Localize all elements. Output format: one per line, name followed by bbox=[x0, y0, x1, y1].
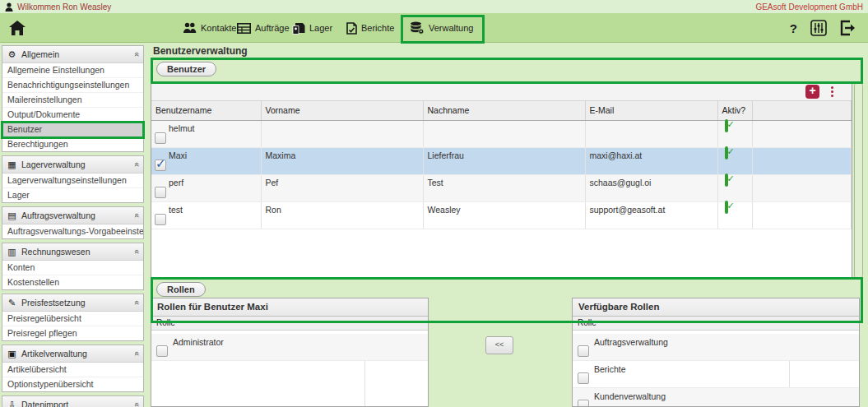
table-row[interactable]: test Ron Weasley support@geasoft.at bbox=[151, 202, 852, 229]
col-header-vorname[interactable]: Vorname bbox=[261, 101, 423, 121]
role-name: Auftragsverwaltung bbox=[594, 337, 668, 347]
role-checkbox[interactable] bbox=[578, 345, 589, 357]
role-checkbox[interactable] bbox=[156, 345, 168, 357]
col-header-nachname[interactable]: Nachname bbox=[423, 101, 585, 121]
section-title: Artikelverwaltung bbox=[21, 349, 87, 358]
sidebar: ⚙ Allgemein « Allgemeine Einstellungen B… bbox=[2, 45, 144, 407]
main-nav-bar: Kontakte Aufträge Lager Berichte Verwalt… bbox=[0, 13, 868, 43]
cell-vorname: Pef bbox=[262, 175, 423, 187]
role-column-header[interactable]: Rolle bbox=[573, 317, 859, 331]
sidebar-header-datenimport[interactable]: ⇩ Datenimport « bbox=[2, 396, 143, 407]
move-role-left-button[interactable]: << bbox=[485, 336, 513, 354]
col-header-email[interactable]: E-Mail bbox=[585, 101, 717, 121]
col-header-aktiv[interactable]: Aktiv? bbox=[717, 101, 752, 121]
settings-sliders-icon[interactable] bbox=[810, 20, 827, 36]
nav-item-lager[interactable]: Lager bbox=[292, 13, 332, 43]
sidebar-item-allgemeine-einstellungen[interactable]: Allgemeine Einstellungen bbox=[2, 63, 143, 78]
cell-nachname: Lieferfrau bbox=[424, 148, 585, 160]
row-select-checkbox[interactable] bbox=[155, 214, 166, 225]
sidebar-item-output-dokumente[interactable]: Output/Dokumente bbox=[2, 108, 143, 123]
role-checkbox[interactable] bbox=[578, 400, 589, 407]
available-roles-title: Verfügbare Rollen bbox=[573, 298, 859, 317]
collapse-chevron-icon[interactable]: « bbox=[133, 300, 140, 305]
main-content: Benutzerverwaltung Benutzer + Benutzerna… bbox=[148, 43, 868, 407]
role-column-header[interactable]: Rolle bbox=[151, 317, 428, 331]
row-select-checkbox[interactable] bbox=[155, 132, 166, 144]
col-header-benutzername[interactable]: Benutzername bbox=[151, 101, 261, 121]
cell-nachname bbox=[424, 121, 585, 123]
sidebar-header-allgemein[interactable]: ⚙ Allgemein « bbox=[2, 46, 143, 63]
users-grid-panel: + Benutzername Vorname Nachname E-Mail A… bbox=[151, 81, 852, 280]
sidebar-item-konten[interactable]: Konten bbox=[2, 261, 143, 275]
collapse-chevron-icon[interactable]: « bbox=[133, 213, 140, 218]
welcome-text: Wilkommen Ron Weasley bbox=[17, 2, 111, 12]
help-button[interactable]: ? bbox=[790, 21, 797, 35]
table-row[interactable]: perf Pef Test schaas@gugl.oi bbox=[151, 175, 852, 202]
sidebar-item-kostenstellen[interactable]: Kostenstellen bbox=[2, 275, 143, 289]
cell-email: maxi@haxi.at bbox=[586, 148, 717, 160]
nav-item-berichte[interactable]: Berichte bbox=[346, 13, 394, 43]
sidebar-header-auftragsverwaltung[interactable]: ▤ Auftragsverwaltung « bbox=[2, 207, 143, 224]
role-checkbox[interactable] bbox=[578, 372, 589, 384]
rollen-group-legend: Rollen bbox=[156, 282, 206, 297]
row-select-checkbox[interactable] bbox=[155, 187, 166, 198]
sidebar-item-benutzer[interactable]: Benutzer bbox=[2, 123, 143, 137]
sidebar-section-allgemein: ⚙ Allgemein « Allgemeine Einstellungen B… bbox=[2, 45, 144, 152]
add-user-button[interactable]: + bbox=[805, 85, 819, 99]
sidebar-item-preisregeluebersicht[interactable]: Preisregelübersicht bbox=[2, 312, 143, 326]
table-row[interactable]: helmut bbox=[151, 121, 852, 148]
nav-item-verwaltung[interactable]: Verwaltung bbox=[410, 13, 473, 43]
nav-item-auftraege[interactable]: Aufträge bbox=[237, 13, 290, 43]
section-title: Preisfestsetzung bbox=[21, 298, 86, 308]
package-icon: ▣ bbox=[7, 349, 17, 358]
benutzer-group-legend: Benutzer bbox=[156, 62, 216, 76]
sidebar-header-preisfestsetzung[interactable]: ✎ Preisfestsetzung « bbox=[2, 294, 143, 312]
sidebar-item-mailereinstellungen[interactable]: Mailereinstellungen bbox=[2, 93, 143, 108]
cell-benutzername: test bbox=[169, 205, 183, 215]
sidebar-item-preisregel-pflegen[interactable]: Preisregel pflegen bbox=[2, 326, 143, 340]
sidebar-item-optionstypenuebersicht[interactable]: Optionstypenübersicht bbox=[2, 377, 143, 391]
company-name: GEAsoft Development GmbH bbox=[755, 2, 863, 12]
sidebar-item-benachrichtigungseinstellungen[interactable]: Benachrichtigungseinstellungen bbox=[2, 78, 143, 93]
sidebar-item-auftragsverwaltungs-vorgabeeinstellung[interactable]: Auftragsverwaltungs-Vorgabeeinstellung bbox=[2, 224, 143, 238]
section-title: Datenimport bbox=[21, 400, 68, 407]
list-item[interactable]: Kundenverwaltung bbox=[573, 388, 859, 407]
grid-icon: ▦ bbox=[7, 160, 17, 169]
aktiv-checkbox[interactable] bbox=[725, 173, 728, 187]
aktiv-checkbox[interactable] bbox=[725, 119, 728, 132]
list-item[interactable]: Administrator bbox=[151, 334, 428, 361]
collapse-chevron-icon[interactable]: « bbox=[133, 162, 140, 167]
aktiv-checkbox[interactable] bbox=[725, 146, 728, 160]
collapse-chevron-icon[interactable]: « bbox=[133, 402, 140, 407]
cell-vorname: Maxima bbox=[262, 148, 423, 160]
sidebar-header-artikelverwaltung[interactable]: ▣ Artikelverwaltung « bbox=[2, 345, 143, 363]
sidebar-item-lager[interactable]: Lager bbox=[2, 188, 143, 202]
nav-item-kontakte[interactable]: Kontakte bbox=[183, 13, 236, 43]
home-button[interactable] bbox=[8, 13, 26, 43]
collapse-chevron-icon[interactable]: « bbox=[133, 351, 140, 356]
aktiv-checkbox[interactable] bbox=[725, 201, 728, 214]
page-title: Benutzerverwaltung bbox=[153, 45, 248, 57]
col-header-empty bbox=[752, 101, 852, 121]
sidebar-header-rechnungswesen[interactable]: ▥ Rechnungswesen « bbox=[2, 243, 143, 261]
grid-scrollbar[interactable] bbox=[854, 81, 863, 280]
sidebar-item-berechtigungen[interactable]: Berechtigungen bbox=[2, 137, 143, 151]
top-bar: Wilkommen Ron Weasley GEAsoft Developmen… bbox=[0, 0, 868, 13]
table-row[interactable]: Maxi Maxima Lieferfrau maxi@haxi.at bbox=[151, 148, 852, 175]
sidebar-header-lagerverwaltung[interactable]: ▦ Lagerverwaltung « bbox=[2, 156, 143, 173]
cell-benutzername: Maxi bbox=[169, 150, 187, 160]
role-name: Administrator bbox=[173, 337, 224, 347]
collapse-chevron-icon[interactable]: « bbox=[133, 249, 140, 254]
gear-icon: ⚙ bbox=[7, 50, 17, 58]
section-title: Auftragsverwaltung bbox=[21, 210, 95, 220]
logout-icon[interactable] bbox=[840, 20, 856, 36]
card-icon: ▤ bbox=[7, 211, 17, 220]
row-select-checkbox[interactable] bbox=[155, 160, 166, 171]
users-grid-toolbar: + bbox=[151, 82, 852, 101]
sidebar-item-lagerverwaltungseinstellungen[interactable]: Lagerverwaltungseinstellungen bbox=[2, 173, 143, 188]
list-item[interactable]: Auftragsverwaltung bbox=[573, 334, 859, 361]
sidebar-item-artikeluebersicht[interactable]: Artikelübersicht bbox=[2, 363, 143, 377]
kebab-menu-icon[interactable] bbox=[831, 86, 833, 97]
list-item[interactable]: Berichte bbox=[573, 361, 859, 388]
collapse-chevron-icon[interactable]: « bbox=[133, 52, 140, 57]
